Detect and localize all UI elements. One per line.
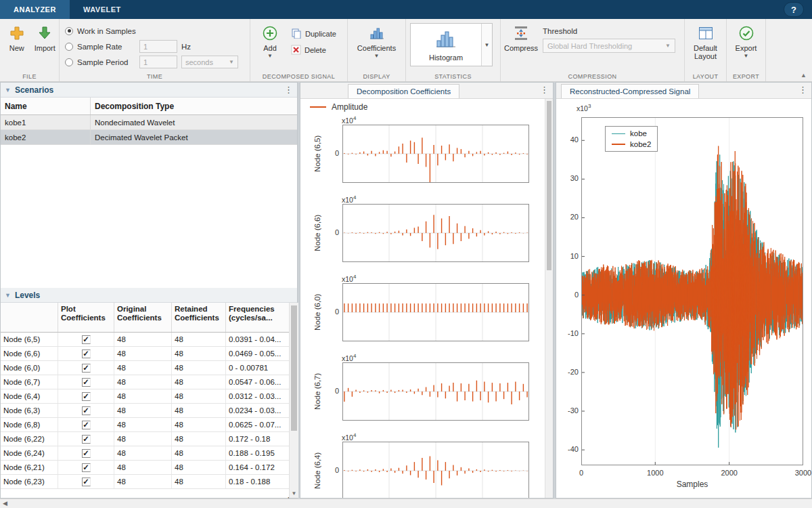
kobe-legend-line <box>612 133 625 134</box>
levels-row[interactable]: Node (6,24)✓48480.188 - 0.195 <box>1 446 289 461</box>
histogram-button[interactable]: Histogram <box>411 24 481 66</box>
signal-panel-menu-button[interactable]: ⋮ <box>798 84 807 96</box>
levels-table-header: Plot Coefficients Original Coefficients … <box>1 303 289 333</box>
export-section: Export ▼ EXPORT <box>727 19 766 81</box>
y-tick-label: 30 <box>558 174 579 182</box>
help-button[interactable]: ? <box>784 2 804 17</box>
tab-wavelet[interactable]: WAVELET <box>70 0 135 19</box>
node-label-cell: Node (6,7) <box>1 375 58 389</box>
levels-row[interactable]: Node (6,7)✓48480.0547 - 0.06... <box>1 375 289 389</box>
signal-panel-tab[interactable]: Reconstructed-Compressed Signal <box>561 84 699 98</box>
collapse-triangle-icon[interactable]: ▼ <box>5 87 11 93</box>
sample-period-input[interactable]: 1 <box>139 56 177 68</box>
plot-checkbox[interactable]: ✓ <box>82 449 91 458</box>
legend-entry-kobe: kobe <box>612 129 651 137</box>
collapse-triangle-icon[interactable]: ▼ <box>5 292 11 299</box>
x-tick-label: 1000 <box>640 469 670 477</box>
coefficients-button[interactable]: Coefficients ▼ <box>351 22 403 59</box>
statistics-section-label: STATISTICS <box>406 73 500 80</box>
levels-row[interactable]: Node (6,21)✓48480.164 - 0.172 <box>1 461 289 475</box>
add-button[interactable]: Add ▼ <box>253 22 287 59</box>
scroll-down-arrow-icon[interactable]: ▼ <box>290 489 298 498</box>
coeff-panel-menu-button[interactable]: ⋮ <box>540 84 549 96</box>
y-tick-label: 0 <box>558 291 579 299</box>
levels-row[interactable]: Node (6,4)✓48480.0312 - 0.03... <box>1 389 289 404</box>
y-tick-label: -30 <box>558 406 579 415</box>
stem-plot <box>342 283 529 341</box>
original-coefficients-cell: 48 <box>114 461 172 474</box>
export-button[interactable]: Export ▼ <box>729 22 763 59</box>
plot-checkbox[interactable]: ✓ <box>82 435 91 444</box>
plot-cell: ✓ <box>58 347 114 360</box>
import-button[interactable]: Import <box>31 22 60 52</box>
node-axis-label: Node (6,6) <box>312 204 322 262</box>
gallery-dropdown-button[interactable]: ▼ <box>481 24 492 66</box>
zero-tick-label: 0 <box>330 387 339 395</box>
scenario-row[interactable]: kobe2Decimated Wavelet Packet <box>1 130 297 145</box>
delete-button[interactable]: Delete <box>287 42 340 58</box>
coeff-scrollbar[interactable] <box>545 99 553 498</box>
new-label: New <box>9 44 24 52</box>
duplicate-button[interactable]: Duplicate <box>287 26 340 42</box>
levels-table: Plot Coefficients Original Coefficients … <box>1 303 289 489</box>
compression-section-label: COMPRESSION <box>501 73 684 80</box>
plot-checkbox[interactable]: ✓ <box>82 421 91 429</box>
levels-row[interactable]: Node (6,0)✓48480 - 0.00781 <box>1 361 289 375</box>
levels-row[interactable]: Node (6,3)✓48480.0234 - 0.03... <box>1 404 289 418</box>
levels-row[interactable]: Node (6,23)✓48480.18 - 0.188 <box>1 475 289 489</box>
levels-row[interactable]: Node (6,8)✓48480.0625 - 0.07... <box>1 418 289 432</box>
levels-row[interactable]: Node (6,5)✓48480.0391 - 0.04... <box>1 333 289 347</box>
coeff-scrollbar-thumb[interactable] <box>547 101 551 270</box>
tab-analyzer[interactable]: ANALYZER <box>0 0 70 19</box>
plot-checkbox[interactable]: ✓ <box>82 364 91 373</box>
scenarios-table-header: Name Decomposition Type <box>1 98 297 115</box>
coeff-panel-tab[interactable]: Decomposition Coefficients <box>348 84 459 98</box>
x-tick-label: 2000 <box>715 469 744 477</box>
levels-row[interactable]: Node (6,22)✓48480.172 - 0.18 <box>1 432 289 446</box>
scenario-decomposition-type: Decimated Wavelet Packet <box>91 130 297 144</box>
original-coefficients-cell: 48 <box>114 375 172 389</box>
coefficient-subplot: x104Node (6,4)0 <box>300 431 546 498</box>
levels-row[interactable]: Node (6,6)✓48480.0469 - 0.05... <box>1 347 289 361</box>
coefficients-label: Coefficients <box>357 44 396 52</box>
original-coefficients-cell: 48 <box>114 347 172 360</box>
amplitude-legend-line <box>310 106 326 108</box>
levels-scrollbar-thumb[interactable] <box>291 305 297 431</box>
plot-checkbox[interactable]: ✓ <box>82 478 91 486</box>
retained-coefficients-cell: 48 <box>172 347 226 360</box>
new-button[interactable]: New <box>3 22 31 52</box>
plot-checkbox[interactable]: ✓ <box>82 378 91 387</box>
sample-period-units-dropdown[interactable]: seconds ▼ <box>181 56 238 68</box>
sample-period-radio[interactable] <box>65 58 73 66</box>
retained-coefficients-cell: 48 <box>172 404 226 417</box>
levels-scrollbar[interactable]: ▼ <box>289 303 298 498</box>
node-axis-label: Node (6,5) <box>312 125 322 183</box>
plot-checkbox[interactable]: ✓ <box>82 350 91 358</box>
export-check-icon <box>738 24 754 43</box>
scenarios-header: ▼ Scenarios ⋮ <box>1 83 297 98</box>
scenario-row[interactable]: kobe1Nondecimated Wavelet <box>1 115 297 130</box>
hz-label: Hz <box>181 43 191 51</box>
chevron-down-icon: ▼ <box>665 43 671 49</box>
plot-checkbox[interactable]: ✓ <box>82 392 91 401</box>
plot-checkbox[interactable]: ✓ <box>82 335 91 344</box>
plot-checkbox[interactable]: ✓ <box>82 406 91 415</box>
sample-rate-input[interactable]: 1 <box>139 40 177 53</box>
coefficient-subplot: x104Node (6,0)0 <box>300 273 546 352</box>
toolstrip-collapse-button[interactable]: ▲ <box>800 72 807 79</box>
compress-button[interactable]: Compress <box>502 22 540 52</box>
frequencies-cell: 0.0625 - 0.07... <box>226 418 289 431</box>
sample-rate-radio[interactable] <box>65 43 73 51</box>
default-layout-button[interactable]: Default Layout <box>689 22 723 60</box>
legend-entry-kobe2: kobe2 <box>612 140 651 148</box>
add-circle-plus-icon <box>262 24 278 43</box>
plot-checkbox[interactable]: ✓ <box>82 463 91 472</box>
y-exponent-label: x104 <box>342 194 356 204</box>
work-in-samples-radio[interactable] <box>65 27 73 35</box>
layout-section: Default Layout LAYOUT <box>685 19 727 81</box>
retained-coefficients-cell: 48 <box>172 389 226 403</box>
column-header-node <box>1 303 58 332</box>
threshold-method-dropdown[interactable]: Global Hard Thresholding ▼ <box>543 39 675 53</box>
collapse-left-icon[interactable]: ◀ <box>3 500 7 507</box>
scenarios-menu-button[interactable]: ⋮ <box>284 84 293 96</box>
